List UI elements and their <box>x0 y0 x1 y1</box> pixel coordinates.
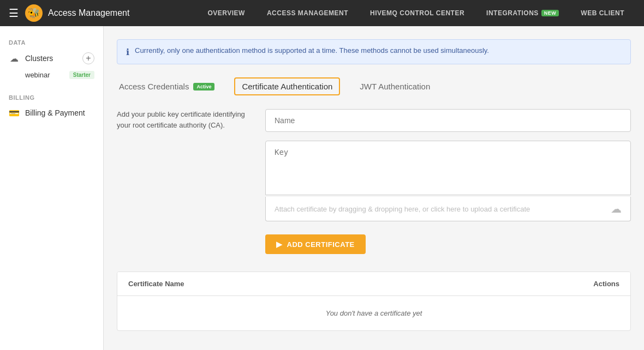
hamburger-icon[interactable]: ☰ <box>9 7 19 20</box>
sidebar-item-billing[interactable]: 💳 Billing & Payment <box>0 103 103 123</box>
nav-integrations[interactable]: INTEGRATIONS NEW <box>475 0 570 26</box>
cluster-name: webinar <box>25 71 69 79</box>
nav-hivemq-control[interactable]: HIVEMQ CONTROL CENTER <box>359 0 475 26</box>
logo-icon: 🐝 <box>25 4 43 22</box>
certificate-table: Certificate Name Actions You don't have … <box>117 271 631 331</box>
add-certificate-button[interactable]: ▶ ADD CERTIFICATE <box>265 234 366 254</box>
billing-section-label: Billing <box>0 90 103 103</box>
sidebar-item-clusters[interactable]: ☁ Clusters + <box>0 48 103 69</box>
sidebar: Data ☁ Clusters + webinar Starter Billin… <box>0 26 104 350</box>
layout: Data ☁ Clusters + webinar Starter Billin… <box>0 26 644 350</box>
app-title: Access Management <box>48 8 196 18</box>
table-empty-message: You don't have a certificate yet <box>117 296 630 330</box>
integrations-new-badge: NEW <box>541 10 559 16</box>
tab-access-credentials[interactable]: Access Credentials Active <box>117 77 217 95</box>
key-textarea-wrapper: Attach certificate by dragging & droppin… <box>265 141 631 221</box>
upload-text: Attach certificate by dragging & droppin… <box>275 205 530 213</box>
info-banner-text: Currently, only one authentication metho… <box>135 46 489 55</box>
form-description: Add your public key certificate identify… <box>117 109 248 221</box>
main-content: ℹ Currently, only one authentication met… <box>104 26 644 350</box>
key-textarea[interactable] <box>265 141 631 195</box>
name-input[interactable] <box>265 109 631 132</box>
top-nav: ☰ 🐝 Access Management OVERVIEW ACCESS MA… <box>0 0 644 26</box>
upload-icon: ☁ <box>611 202 622 215</box>
tab-certificate-auth[interactable]: Certificate Authentication <box>234 77 340 95</box>
upload-area[interactable]: Attach certificate by dragging & droppin… <box>265 197 631 221</box>
clusters-icon: ☁ <box>9 53 20 64</box>
data-section-label: Data <box>0 35 103 48</box>
nav-links: OVERVIEW ACCESS MANAGEMENT HIVEMQ CONTRO… <box>196 0 635 26</box>
col-actions: Actions <box>593 280 619 288</box>
nav-web-client[interactable]: WEB CLIENT <box>570 0 635 26</box>
info-banner: ℹ Currently, only one authentication met… <box>117 39 631 64</box>
form-fields: Attach certificate by dragging & droppin… <box>265 109 631 221</box>
billing-icon: 💳 <box>9 107 20 118</box>
nav-access-management[interactable]: ACCESS MANAGEMENT <box>256 0 359 26</box>
add-cluster-button[interactable]: + <box>82 52 94 64</box>
add-btn-container: ▶ ADD CERTIFICATE <box>265 234 631 254</box>
clusters-label: Clusters <box>25 54 53 63</box>
form-area: Add your public key certificate identify… <box>117 109 631 221</box>
add-cert-btn-icon: ▶ <box>276 240 283 249</box>
info-icon: ℹ <box>126 47 129 57</box>
cluster-row-webinar[interactable]: webinar Starter <box>0 69 103 81</box>
cluster-badge: Starter <box>69 71 94 79</box>
billing-label: Billing & Payment <box>25 108 85 117</box>
tab-jwt-auth[interactable]: JWT Authentication <box>357 77 432 95</box>
col-cert-name: Certificate Name <box>128 280 184 288</box>
active-credentials-badge: Active <box>193 83 214 90</box>
add-cert-btn-label: ADD CERTIFICATE <box>287 240 355 249</box>
nav-overview[interactable]: OVERVIEW <box>196 0 255 26</box>
table-header: Certificate Name Actions <box>117 272 630 296</box>
tabs: Access Credentials Active Certificate Au… <box>117 77 631 96</box>
